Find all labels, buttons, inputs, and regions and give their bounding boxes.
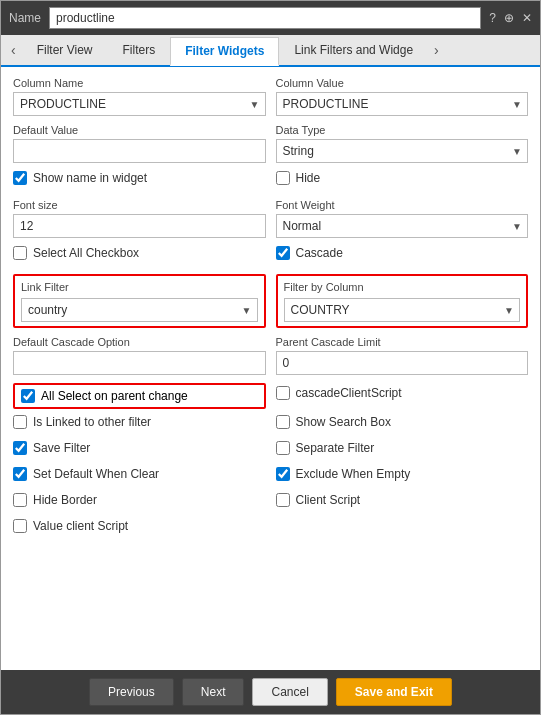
client-script-checkbox[interactable] [276, 493, 290, 507]
font-weight-select-wrap: Normal ▼ [276, 214, 529, 238]
hide-row: Hide [276, 171, 529, 185]
default-cascade-label: Default Cascade Option [13, 336, 266, 348]
separate-filter-row: Separate Filter [276, 441, 529, 455]
value-client-script-checkbox[interactable] [13, 519, 27, 533]
hide-label[interactable]: Hide [296, 171, 321, 185]
column-value-select-wrap: PRODUCTLINE ▼ [276, 92, 529, 116]
tab-prev-nav[interactable]: ‹ [5, 38, 22, 62]
filter-by-column-select-wrap: COUNTRY ▼ [284, 298, 521, 322]
all-select-checkbox[interactable] [21, 389, 35, 403]
font-size-label: Font size [13, 199, 266, 211]
all-select-label[interactable]: All Select on parent change [41, 389, 188, 403]
hide-border-checkbox[interactable] [13, 493, 27, 507]
help-icon[interactable]: ? [489, 11, 496, 25]
select-all-row: Select All Checkbox [13, 246, 266, 260]
exclude-when-empty-label[interactable]: Exclude When Empty [296, 467, 411, 481]
parent-cascade-input[interactable] [276, 351, 529, 375]
separate-filter-checkbox[interactable] [276, 441, 290, 455]
filter-by-column-select[interactable]: COUNTRY [284, 298, 521, 322]
footer: Previous Next Cancel Save and Exit [1, 670, 540, 714]
column-value-select[interactable]: PRODUCTLINE [276, 92, 529, 116]
cascade-row: Cascade [276, 246, 529, 260]
main-window: Name ? ⊕ ✕ ‹ Filter View Filters Filter … [0, 0, 541, 715]
separate-filter-label[interactable]: Separate Filter [296, 441, 375, 455]
exclude-when-empty-row: Exclude When Empty [276, 467, 529, 481]
link-filter-select-wrap: country ▼ [21, 298, 258, 322]
cascade-client-script-label[interactable]: cascadeClientScript [296, 386, 402, 400]
hide-border-label[interactable]: Hide Border [33, 493, 97, 507]
set-default-row: Set Default When Clear [13, 467, 266, 481]
client-script-label[interactable]: Client Script [296, 493, 361, 507]
column-name-select[interactable]: PRODUCTLINE [13, 92, 266, 116]
select-all-label[interactable]: Select All Checkbox [33, 246, 139, 260]
font-weight-select[interactable]: Normal [276, 214, 529, 238]
checkbox-col-right: Show Search Box Separate Filter Exclude … [276, 415, 529, 539]
default-value-input[interactable] [13, 139, 266, 163]
exclude-when-empty-checkbox[interactable] [276, 467, 290, 481]
font-weight-label: Font Weight [276, 199, 529, 211]
is-linked-row: Is Linked to other filter [13, 415, 266, 429]
link-filter-select[interactable]: country [21, 298, 258, 322]
data-type-select[interactable]: String [276, 139, 529, 163]
value-client-script-row: Value client Script [13, 519, 266, 533]
client-script-row: Client Script [276, 493, 529, 507]
tab-filter-widgets[interactable]: Filter Widgets [170, 37, 279, 66]
show-name-checkbox[interactable] [13, 171, 27, 185]
save-filter-label[interactable]: Save Filter [33, 441, 90, 455]
link-filter-group: Link Filter country ▼ [13, 274, 266, 328]
default-value-label: Default Value [13, 124, 266, 136]
is-linked-label[interactable]: Is Linked to other filter [33, 415, 151, 429]
is-linked-checkbox[interactable] [13, 415, 27, 429]
save-exit-button[interactable]: Save and Exit [336, 678, 452, 706]
show-search-box-checkbox[interactable] [276, 415, 290, 429]
tab-bar: ‹ Filter View Filters Filter Widgets Lin… [1, 35, 540, 67]
hide-border-row: Hide Border [13, 493, 266, 507]
tab-filters[interactable]: Filters [107, 36, 170, 64]
close-icon[interactable]: ✕ [522, 11, 532, 25]
column-name-label: Column Name [13, 77, 266, 89]
filter-by-column-group: Filter by Column COUNTRY ▼ [276, 274, 529, 328]
cascade-client-script-row: cascadeClientScript [276, 386, 529, 400]
name-input-wrap [49, 7, 481, 29]
select-all-checkbox[interactable] [13, 246, 27, 260]
data-type-label: Data Type [276, 124, 529, 136]
checkbox-grid: Is Linked to other filter Save Filter Se… [13, 415, 528, 539]
cascade-client-script-checkbox[interactable] [276, 386, 290, 400]
link-filter-label: Link Filter [21, 281, 69, 293]
cascade-label[interactable]: Cascade [296, 246, 343, 260]
column-value-label: Column Value [276, 77, 529, 89]
show-search-box-label[interactable]: Show Search Box [296, 415, 391, 429]
cascade-checkbox[interactable] [276, 246, 290, 260]
set-default-checkbox[interactable] [13, 467, 27, 481]
filter-by-column-label: Filter by Column [284, 281, 364, 293]
tab-link-filters[interactable]: Link Filters and Widge [279, 36, 428, 64]
tab-next-nav[interactable]: › [428, 38, 445, 62]
data-type-select-wrap: String ▼ [276, 139, 529, 163]
save-filter-checkbox[interactable] [13, 441, 27, 455]
name-input[interactable] [49, 7, 481, 29]
tab-filter-view[interactable]: Filter View [22, 36, 108, 64]
show-search-box-row: Show Search Box [276, 415, 529, 429]
name-label: Name [9, 11, 41, 25]
next-button[interactable]: Next [182, 678, 245, 706]
cancel-button[interactable]: Cancel [252, 678, 327, 706]
previous-button[interactable]: Previous [89, 678, 174, 706]
show-name-row: Show name in widget [13, 171, 266, 185]
parent-cascade-label: Parent Cascade Limit [276, 336, 529, 348]
expand-icon[interactable]: ⊕ [504, 11, 514, 25]
value-client-script-label[interactable]: Value client Script [33, 519, 128, 533]
save-filter-row: Save Filter [13, 441, 266, 455]
checkbox-col-left: Is Linked to other filter Save Filter Se… [13, 415, 266, 539]
default-cascade-input[interactable] [13, 351, 266, 375]
all-select-group: All Select on parent change [13, 383, 266, 409]
show-name-label[interactable]: Show name in widget [33, 171, 147, 185]
font-size-input[interactable] [13, 214, 266, 238]
column-name-select-wrap: PRODUCTLINE ▼ [13, 92, 266, 116]
set-default-label[interactable]: Set Default When Clear [33, 467, 159, 481]
hide-checkbox[interactable] [276, 171, 290, 185]
form-content: Column Name PRODUCTLINE ▼ Column Value P… [1, 67, 540, 670]
title-bar: Name ? ⊕ ✕ [1, 1, 540, 35]
title-icons: ? ⊕ ✕ [489, 11, 532, 25]
